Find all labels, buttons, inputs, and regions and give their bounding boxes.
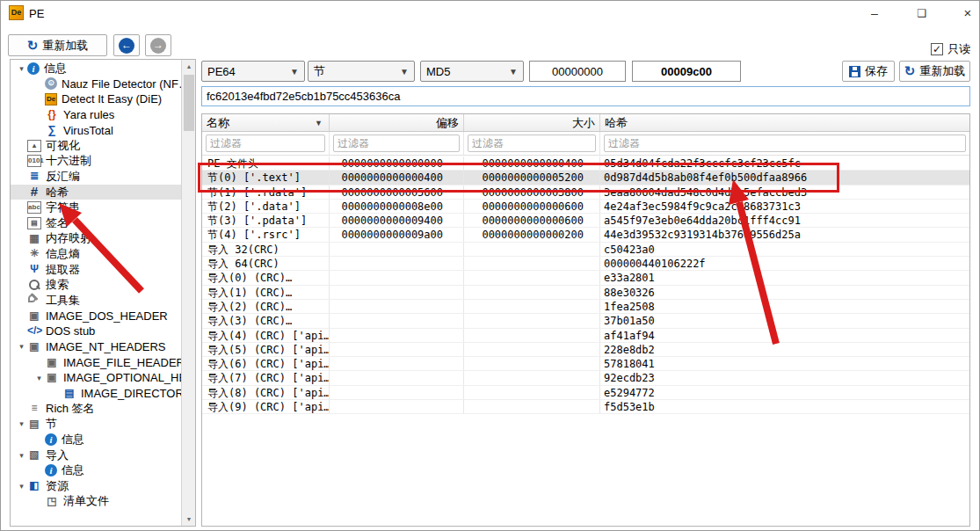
checkbox-checked-icon[interactable]: ✓ bbox=[931, 43, 943, 55]
scrollbar-thumb[interactable] bbox=[184, 75, 194, 131]
table-row[interactable]: 导入 64(CRC)000000440106222f bbox=[202, 257, 969, 271]
chevron-down-icon: ▼ bbox=[509, 67, 518, 76]
close-button[interactable]: × bbox=[947, 1, 980, 25]
sidebar-item-struct[interactable]: ▣IMAGE_FILE_HEADER bbox=[11, 354, 181, 370]
expander-icon[interactable]: ▾ bbox=[16, 451, 27, 460]
cell-offset: 0000000000009400 bbox=[330, 214, 464, 227]
column-header-size[interactable]: 大小 bbox=[464, 114, 600, 131]
scroll-up-icon[interactable]: ▲ bbox=[182, 60, 196, 73]
table-row[interactable]: 导入(9) (CRC) ['api…f5d53e1b bbox=[202, 400, 969, 414]
sidebar-item-dirtable[interactable]: ▤IMAGE_DIRECTOR… bbox=[11, 385, 181, 401]
table-row[interactable]: 导入(7) (CRC) ['api…92ecdb23 bbox=[202, 371, 969, 385]
sidebar-item-strings[interactable]: abc字符串 bbox=[11, 200, 181, 215]
cell-name: 节(0) ['.text'] bbox=[202, 171, 330, 184]
region-select[interactable]: 节 ▼ bbox=[308, 61, 415, 82]
sidebar-item-disasm[interactable]: ≣反汇编 bbox=[11, 169, 181, 185]
expander-icon[interactable]: ▾ bbox=[16, 419, 27, 428]
table-row[interactable]: 导入(4) (CRC) ['api…af41af94 bbox=[202, 329, 969, 343]
table-row[interactable]: 导入(0) (CRC)…e33a2801 bbox=[202, 271, 969, 285]
expander-icon[interactable]: ▾ bbox=[33, 374, 45, 382]
sidebar-item-memmap[interactable]: ▦内存映射 bbox=[11, 231, 181, 247]
cell-hash: 37b01a50 bbox=[600, 314, 969, 327]
sort-arrow-icon: ▼ bbox=[315, 119, 323, 127]
tree-scrollbar[interactable]: ▲ ▼ bbox=[181, 60, 195, 526]
sidebar-item-manifest[interactable]: ◳清单文件 bbox=[11, 494, 181, 510]
sidebar-item-entropy[interactable]: ✳信息熵 bbox=[11, 246, 181, 262]
sidebar-item-info[interactable]: i信息 bbox=[11, 432, 181, 447]
readonly-toggle[interactable]: ✓ 只读 bbox=[931, 41, 970, 57]
sidebar-item-sections[interactable]: ▾▤节 bbox=[11, 417, 181, 433]
column-header-offset[interactable]: 偏移 bbox=[330, 114, 464, 131]
sidebar-item-code[interactable]: </>DOS stub bbox=[11, 324, 181, 339]
sidebar-item-signature[interactable]: ▤签名 bbox=[11, 215, 181, 231]
filter-input-name[interactable] bbox=[206, 135, 325, 152]
size-input[interactable] bbox=[632, 61, 741, 82]
table-row[interactable]: 节(1) ['.rdata']0000000000005600000000000… bbox=[202, 185, 969, 200]
table-row[interactable]: 节(0) ['.text']00000000000004000000000000… bbox=[202, 171, 969, 185]
memmap-icon: ▦ bbox=[27, 232, 41, 245]
file-type-select[interactable]: PE64 ▼ bbox=[201, 61, 305, 82]
table-row[interactable]: 导入(5) (CRC) ['api…228e8db2 bbox=[202, 343, 969, 357]
cell-size bbox=[464, 343, 600, 356]
sidebar-item-label: Rich 签名 bbox=[46, 401, 95, 417]
sidebar-item-die[interactable]: DeDetect It Easy (DiE) bbox=[11, 91, 181, 107]
filter-input-offset[interactable] bbox=[333, 135, 460, 152]
table-row[interactable]: 节(4) ['.rsrc']0000000000009a000000000000… bbox=[202, 228, 969, 242]
back-button[interactable]: ← bbox=[113, 34, 140, 56]
hash-result-field[interactable] bbox=[201, 86, 970, 106]
sidebar-item-struct[interactable]: ▾▣IMAGE_OPTIONAL_HE… bbox=[11, 370, 181, 386]
table-row[interactable]: PE 文件头0000000000000000000000000000040005… bbox=[202, 156, 969, 171]
sidebar-item-struct[interactable]: ▾▣IMAGE_NT_HEADERS bbox=[11, 339, 181, 355]
sidebar-item-wrench[interactable]: 工具集 bbox=[11, 293, 181, 309]
chevron-down-icon: ▼ bbox=[290, 67, 299, 76]
hash-icon: # bbox=[27, 185, 41, 199]
table-row[interactable]: 导入(2) (CRC)…1fea2508 bbox=[202, 300, 969, 314]
offset-input[interactable] bbox=[529, 61, 626, 82]
hash-method-select[interactable]: MD5 ▼ bbox=[420, 61, 524, 82]
yara-icon: {} bbox=[45, 108, 59, 121]
sidebar-item-list[interactable]: ≡Rich 签名 bbox=[11, 401, 181, 417]
sidebar-item-gear[interactable]: ⊙Nauz File Detector (NF… bbox=[11, 76, 181, 92]
sidebar-item-yara[interactable]: {}Yara rules bbox=[11, 107, 181, 123]
filter-input-hash[interactable] bbox=[604, 135, 966, 152]
maximize-button[interactable]: ❑ bbox=[902, 1, 942, 25]
cell-size bbox=[464, 371, 600, 384]
table-row[interactable]: 节(3) ['.pdata']0000000000009400000000000… bbox=[202, 214, 969, 228]
struct-icon: ▣ bbox=[45, 371, 59, 384]
expander-icon[interactable]: ▾ bbox=[16, 64, 27, 73]
reload-button[interactable]: ↻ 重新加载 bbox=[8, 34, 107, 56]
sidebar-item-struct[interactable]: ▣IMAGE_DOS_HEADER bbox=[11, 309, 181, 324]
sidebar-item-extractor[interactable]: Ψ提取器 bbox=[11, 262, 181, 278]
sidebar-item-hex[interactable]: 0101十六进制 bbox=[11, 154, 181, 170]
table-row[interactable]: 导入(3) (CRC)…37b01a50 bbox=[202, 314, 969, 328]
sidebar-item-search[interactable]: 搜索 bbox=[11, 277, 181, 293]
sidebar-item-label: 内存映射 bbox=[46, 231, 91, 247]
reload-hash-button[interactable]: ↻ 重新加载 bbox=[899, 61, 970, 82]
table-row[interactable]: 导入(1) (CRC)…88e30326 bbox=[202, 286, 969, 300]
table-row[interactable]: 导入(6) (CRC) ['api…57818041 bbox=[202, 357, 969, 371]
column-header-hash[interactable]: 哈希 bbox=[600, 114, 969, 131]
table-row[interactable]: 节(2) ['.data']0000000000008e000000000000… bbox=[202, 200, 969, 214]
sidebar-item-resource[interactable]: ▾◧资源 bbox=[11, 478, 181, 494]
table-row[interactable]: 导入(8) (CRC) ['api…e5294772 bbox=[202, 386, 969, 400]
sidebar-item-import[interactable]: ▾▧导入 bbox=[11, 447, 181, 463]
sidebar-item-visual[interactable]: ▴可视化 bbox=[11, 138, 181, 154]
forward-button[interactable]: → bbox=[145, 34, 171, 56]
sidebar-item-virustotal[interactable]: ∑VirusTotal bbox=[11, 122, 181, 138]
sidebar-item-info[interactable]: ▾i信息 bbox=[11, 61, 181, 76]
expander-icon[interactable]: ▾ bbox=[16, 342, 27, 351]
save-button[interactable]: 保存 bbox=[842, 61, 895, 82]
table-row[interactable]: 导入 32(CRC)c50423a0 bbox=[202, 243, 969, 257]
filter-input-size[interactable] bbox=[468, 135, 596, 152]
sidebar-item-hash[interactable]: #哈希 bbox=[11, 185, 181, 200]
cell-offset bbox=[330, 300, 464, 313]
scroll-down-icon[interactable]: ▼ bbox=[182, 513, 196, 526]
cell-offset: 0000000000008e00 bbox=[330, 200, 464, 213]
readonly-label: 只读 bbox=[947, 41, 970, 57]
column-header-name[interactable]: 名称 ▼ bbox=[202, 114, 330, 131]
sidebar-item-info[interactable]: i信息 bbox=[11, 462, 181, 478]
expander-icon[interactable]: ▾ bbox=[16, 482, 27, 491]
minimize-button[interactable]: – bbox=[854, 1, 895, 25]
cell-hash: 0d987d4d5b8ab08f4ef0b500dfaa8966 bbox=[600, 171, 969, 184]
cell-hash: 4e24af3ec5984f9c9ca2c78683731c3 bbox=[600, 200, 969, 213]
